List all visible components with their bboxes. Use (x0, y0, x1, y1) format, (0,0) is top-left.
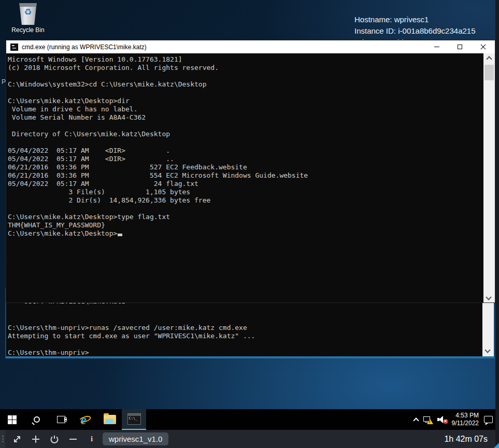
terminal-line: 3 File(s) 1,105 bytes (8, 188, 483, 196)
speaker-cone (439, 416, 443, 423)
terminal-line-attempt: Attempting to start cmd.exe as user "WPR… (8, 332, 255, 340)
machine-name-badge[interactable]: wprivesc1_v1.0 (103, 432, 168, 445)
internet-explorer-button[interactable]: e (73, 409, 97, 430)
terminal-line: C:\Windows\system32>cd C:\Users\mike.kat… (8, 80, 483, 89)
file-explorer-button[interactable] (97, 409, 122, 430)
terminal-line: 06/21/2016 03:36 PM 527 EC2 Feedback.web… (8, 163, 483, 171)
front-window-scrollbar[interactable] (483, 53, 495, 302)
recycle-bin-rim (18, 3, 38, 7)
terminal-line: 05/04/2022 05:17 AM <DIR> .. (8, 155, 483, 163)
search-button[interactable] (24, 409, 49, 430)
terminal-line (8, 205, 483, 213)
action-center-icon[interactable] (484, 416, 493, 423)
maximize-icon (458, 45, 462, 49)
network-status-icon[interactable] (423, 416, 432, 423)
panel-drag-handle[interactable] (0, 430, 5, 448)
scroll-up-icon[interactable] (486, 56, 492, 62)
terminal-line: C:\Users\mike.katz\Desktop> (8, 229, 483, 238)
fullscreen-button[interactable] (11, 433, 23, 445)
file-explorer-icon (104, 415, 116, 424)
terminal-line: Directory of C:\Users\mike.katz\Desktop (8, 130, 483, 138)
desktop-text-fragment: P (2, 78, 6, 85)
terminal-line: 05/04/2022 05:17 AM 24 flag.txt (8, 180, 483, 188)
clock[interactable]: 4:53 PM 9/11/2022 (452, 412, 479, 427)
terminal-line: Volume in drive C has no label. (8, 105, 483, 113)
mute-badge: ✕ (443, 419, 448, 424)
cmd-title-bar[interactable]: cmd.exe (running as WPRIVESC1\mike.katz) (6, 40, 495, 53)
start-button[interactable] (0, 409, 24, 430)
minimize-button[interactable] (425, 40, 448, 53)
cmd-window-icon (10, 44, 18, 51)
task-view-button[interactable] (49, 409, 73, 430)
terminal-cursor (118, 234, 122, 236)
tray-date: 9/11/2022 (452, 420, 479, 427)
terminal-line (8, 89, 483, 97)
terminal-line: THM{WHAT_IS_MY_PASSWORD} (8, 221, 483, 229)
terminal-line: (c) 2018 Microsoft Corporation. All righ… (8, 64, 483, 72)
scroll-down-icon[interactable] (486, 294, 491, 300)
search-icon (34, 416, 40, 423)
info-button[interactable]: i (86, 433, 97, 445)
recycle-symbol-icon: ♻ (18, 8, 38, 17)
plus-icon (31, 435, 40, 444)
close-icon (480, 44, 486, 50)
power-icon (50, 435, 59, 444)
fullscreen-icon (12, 435, 22, 444)
show-hidden-icons-chevron[interactable] (413, 417, 419, 423)
terminal-line: C:\Users\mike.katz\Desktop>type flag.txt (8, 213, 483, 221)
session-timer: 1h 42m 07s (444, 435, 488, 444)
terminal-line (8, 122, 483, 130)
terminal-output[interactable]: Microsoft Windows [Version 10.0.17763.18… (6, 53, 483, 302)
terminal-line: 2 Dir(s) 14,854,926,336 bytes free (8, 196, 483, 205)
windows-logo-icon (8, 415, 17, 424)
task-view-icon (57, 416, 65, 423)
recycle-bin-desktop-icon[interactable]: ♻ Recycle Bin (9, 3, 47, 34)
recycle-bin-label: Recycle Bin (9, 26, 47, 34)
scroll-down-icon[interactable] (484, 347, 490, 353)
volume-muted-icon[interactable]: ✕ (437, 416, 447, 423)
instance-id-line: Instance ID: i-001a8b6d9c234a215 (354, 25, 476, 37)
window-title: cmd.exe (running as WPRIVESC1\mike.katz) (22, 44, 147, 51)
close-button[interactable] (472, 40, 495, 53)
zoom-out-button[interactable] (67, 433, 79, 445)
page-edge-strip (495, 0, 499, 448)
terminal-line (8, 72, 483, 80)
minus-icon (68, 435, 78, 444)
warning-icon (427, 419, 433, 424)
system-tray: ✕ 4:53 PM 9/11/2022 (414, 409, 499, 430)
terminal-line: C:\Users\mike.katz\Desktop>dir (8, 97, 483, 105)
terminal-line-runas: C:\Users\thm-unpriv>runas /savecred /use… (8, 324, 247, 332)
terminal-line: 06/21/2016 03:36 PM 554 EC2 Microsoft Wi… (8, 171, 483, 180)
terminal-line-prompt: C:\Users\thm-unpriv> (8, 349, 89, 357)
internet-explorer-icon: e (79, 413, 92, 426)
recycle-bin-icon: ♻ (18, 3, 38, 25)
cmd-icon (127, 413, 141, 425)
terminal-line: Microsoft Windows [Version 10.0.17763.18… (8, 55, 483, 64)
front-cmd-window: cmd.exe (running as WPRIVESC1\mike.katz)… (6, 40, 495, 302)
taskbar: e ✕ 4:53 PM 9/11/2022 (0, 409, 499, 430)
power-button[interactable] (49, 433, 60, 445)
vm-control-bar: i wprivesc1_v1.0 1h 42m 07s (0, 430, 499, 448)
terminal-line: 05/04/2022 05:17 AM <DIR> . (8, 147, 483, 155)
zoom-in-button[interactable] (30, 433, 41, 445)
terminal-line (8, 138, 483, 147)
info-icon: i (91, 435, 93, 443)
desktop: ♻ Recycle Bin Hostname: wprivesc1 Instan… (0, 0, 499, 448)
minimize-icon (434, 47, 439, 47)
hostname-line: Hostname: wprivesc1 (354, 14, 476, 25)
tray-time: 4:53 PM (452, 412, 479, 420)
cmd-taskbar-button[interactable] (122, 409, 146, 430)
resize-corner[interactable] (494, 443, 499, 448)
scrollbar-thumb[interactable] (484, 65, 494, 80)
maximize-button[interactable] (448, 40, 472, 53)
terminal-line: Volume Serial Number is A8A4-C362 (8, 113, 483, 122)
